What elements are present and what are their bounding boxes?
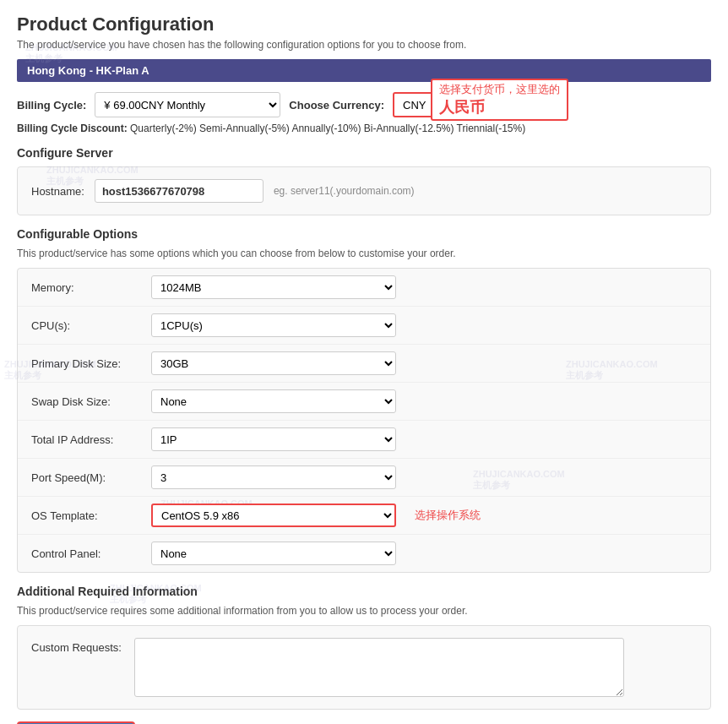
plan-bar: Hong Kong - HK-Plan A bbox=[17, 59, 711, 82]
ip-select[interactable]: 1IP bbox=[151, 427, 396, 451]
port-label: Port Speed(M): bbox=[31, 471, 141, 484]
billing-cycle-select[interactable]: ¥ 69.00CNY Monthly bbox=[95, 92, 280, 117]
os-select[interactable]: CentOS 5.9 x86 bbox=[151, 504, 396, 527]
memory-select[interactable]: 1024MB bbox=[151, 275, 396, 299]
disk-label: Primary Disk Size: bbox=[31, 357, 141, 370]
ip-label: Total IP Address: bbox=[31, 433, 141, 446]
custom-requests-box: Custom Requests: bbox=[17, 625, 711, 710]
port-select[interactable]: 3 bbox=[151, 465, 396, 489]
currency-annotation: 选择支付货币，这里选的 人民币 bbox=[431, 79, 568, 121]
cpu-label: CPU(s): bbox=[31, 319, 141, 332]
disk-select[interactable]: 30GB bbox=[151, 351, 396, 375]
option-row-os: OS Template: CentOS 5.9 x86 选择操作系统 bbox=[18, 497, 710, 535]
option-row-panel: Control Panel: None bbox=[18, 535, 710, 572]
panel-label: Control Panel: bbox=[31, 547, 141, 560]
billing-discount-text: Quarterly(-2%) Semi-Annually(-5%) Annual… bbox=[130, 122, 525, 134]
custom-requests-label: Custom Requests: bbox=[31, 638, 124, 654]
page-subtitle: The product/service you have chosen has … bbox=[17, 39, 711, 51]
hostname-input[interactable] bbox=[95, 179, 263, 203]
configurable-options-title: Configurable Options bbox=[17, 227, 711, 241]
os-label: OS Template: bbox=[31, 509, 141, 522]
hostname-hint: eg. server11(.yourdomain.com) bbox=[274, 185, 415, 197]
option-row-disk: Primary Disk Size: 30GB bbox=[18, 345, 710, 383]
configurable-options-desc: This product/service has some options wh… bbox=[17, 248, 711, 259]
option-row-ip: Total IP Address: 1IP bbox=[18, 421, 710, 459]
swap-label: Swap Disk Size: bbox=[31, 395, 141, 408]
cpu-select[interactable]: 1CPU(s) bbox=[151, 313, 396, 337]
option-row-memory: Memory: 1024MB bbox=[18, 269, 710, 307]
option-row-cpu: CPU(s): 1CPU(s) bbox=[18, 307, 710, 345]
options-table: Memory: 1024MB CPU(s): 1CPU(s) Primary D… bbox=[17, 268, 711, 573]
memory-label: Memory: bbox=[31, 281, 141, 294]
swap-select[interactable]: None bbox=[151, 389, 396, 413]
currency-label: Choose Currency: bbox=[289, 99, 384, 112]
panel-select[interactable]: None bbox=[151, 542, 396, 565]
option-row-port: Port Speed(M): 3 bbox=[18, 459, 710, 497]
os-annotation: 选择操作系统 bbox=[415, 508, 481, 523]
billing-discount-label: Billing Cycle Discount: bbox=[17, 122, 128, 134]
additional-desc: This product/service requires some addit… bbox=[17, 605, 711, 617]
billing-cycle-label: Billing Cycle: bbox=[17, 99, 86, 112]
configure-server-title: Configure Server bbox=[17, 146, 711, 160]
additional-title: Additional Required Information bbox=[17, 585, 711, 598]
option-row-swap: Swap Disk Size: None bbox=[18, 383, 710, 421]
page-title: Product Configuration bbox=[17, 14, 711, 35]
custom-requests-textarea[interactable] bbox=[134, 638, 624, 697]
configure-server-section: Hostname: eg. server11(.yourdomain.com) bbox=[17, 166, 711, 215]
hostname-label: Hostname: bbox=[31, 185, 84, 198]
